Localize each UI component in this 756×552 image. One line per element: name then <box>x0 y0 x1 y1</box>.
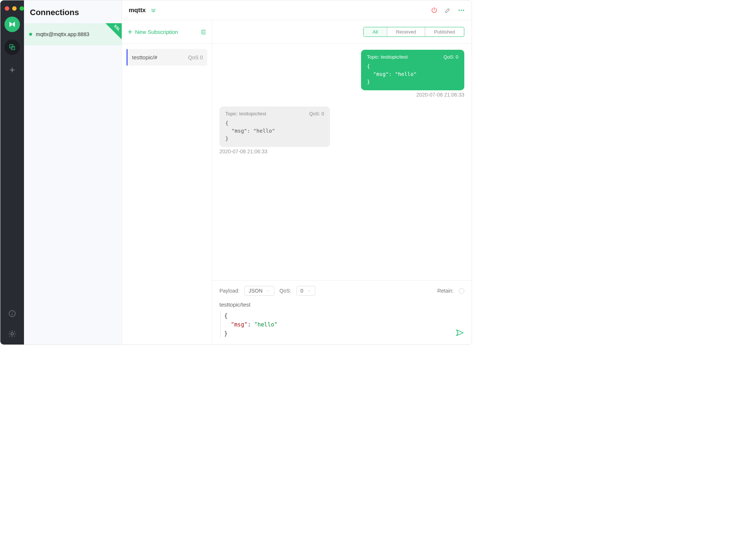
message-in: Topic: testtopic/test QoS: 0 { "msg": "h… <box>219 106 330 147</box>
app-logo <box>4 17 20 32</box>
payload-type-value: JSON <box>249 288 262 294</box>
messages-panel: All Received Published Topic: testtopic/… <box>212 20 472 345</box>
nav-connections[interactable] <box>4 39 20 55</box>
msg-out-body: { "msg": "hello" } <box>367 63 458 86</box>
connection-item[interactable]: mqttx@mqttx.app:8883 SSL <box>24 23 122 45</box>
minimize-window-icon[interactable] <box>12 6 17 11</box>
subscription-qos: QoS 0 <box>188 55 203 60</box>
main-header: mqttx <box>122 0 472 20</box>
connections-panel: Connections mqttx@mqttx.app:8883 SSL <box>24 0 122 345</box>
collapse-icon[interactable] <box>200 29 207 35</box>
qos-label: QoS: <box>280 288 291 294</box>
send-button[interactable] <box>455 328 464 337</box>
edit-icon[interactable] <box>444 7 451 14</box>
svg-point-3 <box>12 312 13 312</box>
retain-label: Retain: <box>437 288 454 294</box>
message-out: Topic: testtopic/test QoS: 0 { "msg": "h… <box>361 50 464 90</box>
topic-input[interactable] <box>219 299 464 311</box>
expand-down-icon[interactable] <box>150 7 157 14</box>
info-icon[interactable] <box>8 310 16 317</box>
message-filter-tabs: All Received Published <box>363 27 464 37</box>
main-panel: mqttx <box>122 0 472 345</box>
power-icon[interactable] <box>431 7 438 14</box>
subscription-topic: testtopic/# <box>132 54 157 60</box>
plus-icon: + <box>9 64 15 76</box>
new-subscription-label: New Subscription <box>135 29 178 35</box>
logo-icon <box>8 20 16 28</box>
filter-all[interactable]: All <box>364 27 387 36</box>
msg-in-time: 2020-07-08 21:06:33 <box>219 149 464 154</box>
msg-in-body: { "msg": "hello" } <box>225 119 324 143</box>
new-subscription-button[interactable]: New Subscription <box>127 29 178 35</box>
connection-title: mqttx <box>129 7 146 14</box>
msg-out-topic: Topic: testtopic/test <box>367 54 408 60</box>
subscriptions-panel: New Subscription testtopic/# QoS 0 <box>122 20 212 345</box>
window-controls[interactable] <box>5 4 24 17</box>
qos-select[interactable]: 0 <box>296 286 315 296</box>
svg-point-8 <box>463 10 464 11</box>
status-dot-icon <box>29 33 32 36</box>
msg-out-time: 2020-07-08 21:06:33 <box>219 92 464 98</box>
svg-point-7 <box>461 10 462 11</box>
connections-title: Connections <box>24 0 122 23</box>
qos-value: 0 <box>301 288 304 294</box>
msg-in-qos: QoS: 0 <box>309 111 324 116</box>
chevron-down-icon <box>307 289 311 293</box>
msg-out-qos: QoS: 0 <box>444 54 458 60</box>
more-icon[interactable] <box>458 7 465 14</box>
maximize-window-icon[interactable] <box>20 6 24 11</box>
close-window-icon[interactable] <box>5 6 9 11</box>
filter-published[interactable]: Published <box>425 27 464 36</box>
connections-icon <box>9 44 15 50</box>
connection-name: mqttx@mqttx.app:8883 <box>36 31 89 37</box>
chevron-down-icon <box>266 289 270 293</box>
svg-point-5 <box>11 333 13 335</box>
msg-in-topic: Topic: testtopic/test <box>225 111 266 116</box>
payload-editor[interactable]: { "msg": "hello" } <box>220 311 464 338</box>
message-scroll-area[interactable]: Topic: testtopic/test QoS: 0 { "msg": "h… <box>212 44 472 280</box>
plus-icon <box>127 29 133 35</box>
settings-icon[interactable] <box>8 330 16 338</box>
composer: Payload: JSON QoS: 0 Retain: <box>212 280 472 345</box>
sidebar-nav: + <box>0 0 24 345</box>
subscription-item[interactable]: testtopic/# QoS 0 <box>126 49 207 66</box>
filter-received[interactable]: Received <box>387 27 425 36</box>
svg-point-6 <box>459 10 460 11</box>
payload-type-select[interactable]: JSON <box>245 286 274 296</box>
payload-label: Payload: <box>219 288 239 294</box>
retain-toggle[interactable] <box>459 288 464 294</box>
nav-add[interactable]: + <box>4 61 20 76</box>
